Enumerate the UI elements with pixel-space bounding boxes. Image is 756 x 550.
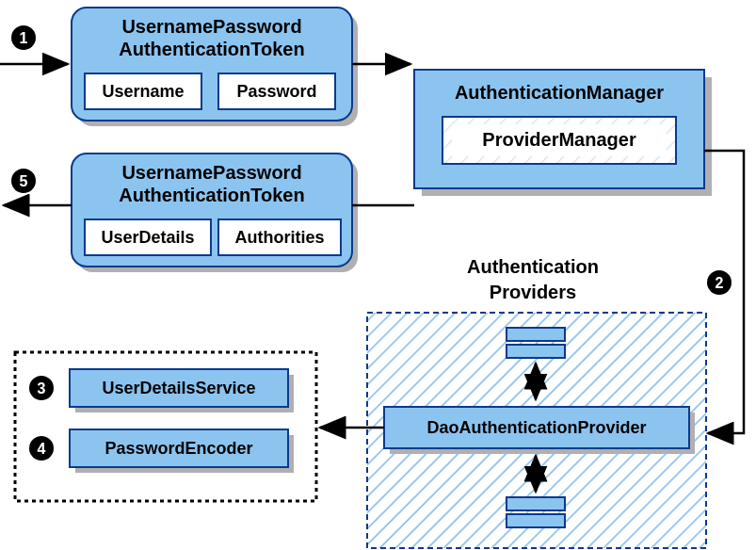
svg-rect-27 [507, 328, 565, 341]
step-5-marker: 5 [11, 169, 36, 193]
authentication-providers-title-line1: Authentication [467, 256, 599, 277]
token-out-title-line2: AuthenticationToken [119, 185, 304, 205]
password-encoder-label: PasswordEncoder [105, 439, 252, 458]
svg-rect-34 [507, 514, 565, 527]
authentication-manager-box: AuthenticationManager ProviderManager [414, 70, 712, 196]
authentication-flow-diagram: UsernamePassword AuthenticationToken Use… [0, 0, 756, 550]
token-in-field-username: Username [102, 82, 184, 101]
token-out-field-authorities: Authorities [234, 228, 324, 247]
token-out-title-line1: UsernamePassword [121, 162, 301, 183]
token-in-box: UsernamePassword AuthenticationToken Use… [72, 8, 358, 126]
svg-text:1: 1 [20, 30, 28, 46]
services-box: UserDetailsService PasswordEncoder [15, 352, 316, 501]
authentication-providers-title-line2: Providers [490, 282, 576, 302]
step-1-marker: 1 [11, 25, 36, 50]
dao-authentication-provider-label: DaoAuthenticationProvider [426, 418, 646, 437]
svg-text:5: 5 [20, 173, 28, 189]
svg-rect-33 [507, 497, 565, 510]
svg-text:3: 3 [38, 380, 46, 396]
token-out-field-userdetails: UserDetails [101, 228, 194, 247]
authentication-providers-box: DaoAuthenticationProvider [367, 313, 706, 548]
token-out-box: UsernamePassword AuthenticationToken Use… [72, 154, 358, 272]
provider-manager-label: ProviderManager [482, 129, 636, 150]
svg-text:4: 4 [38, 441, 46, 457]
svg-text:2: 2 [716, 275, 724, 291]
step-4-marker: 4 [29, 436, 54, 461]
step-3-marker: 3 [29, 376, 54, 400]
token-in-title-line2: AuthenticationToken [119, 39, 304, 59]
step-2-marker: 2 [707, 270, 732, 295]
user-details-service-label: UserDetailsService [102, 379, 255, 397]
svg-rect-28 [507, 345, 565, 358]
token-in-title-line1: UsernamePassword [121, 16, 301, 37]
authentication-manager-title: AuthenticationManager [455, 82, 664, 103]
token-in-field-password: Password [236, 82, 316, 101]
